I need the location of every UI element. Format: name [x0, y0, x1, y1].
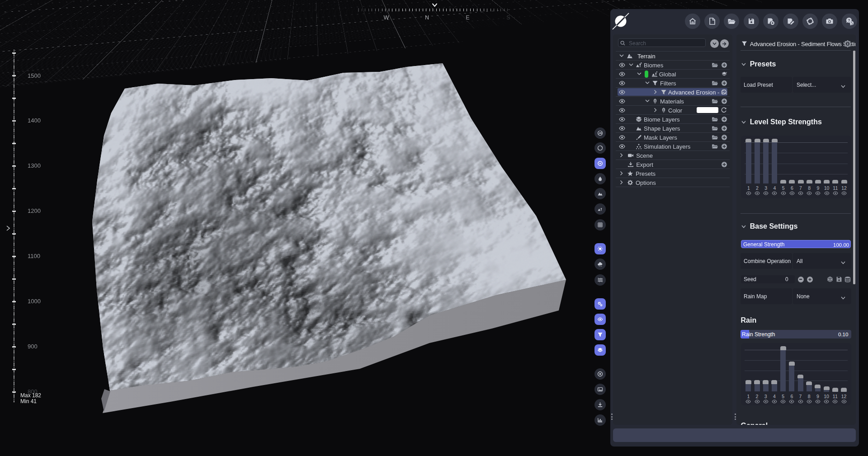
- svg-text:?: ?: [848, 18, 850, 23]
